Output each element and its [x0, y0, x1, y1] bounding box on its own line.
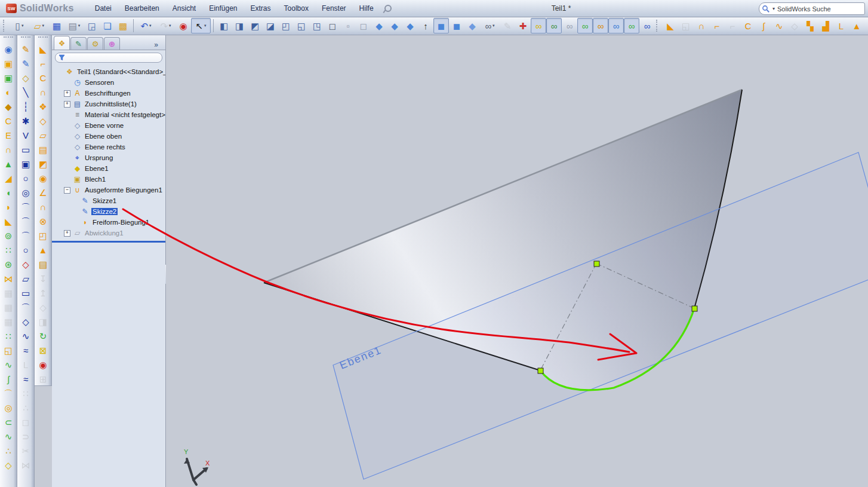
tb-ausgeformte-biegung[interactable]: C	[740, 18, 756, 33]
tb-oberseite[interactable]: ◰	[278, 18, 294, 33]
rail-fuellmuster[interactable]: ∷	[1, 329, 16, 343]
rail-begrenzter-spline[interactable]: ≈	[19, 372, 33, 386]
rail-knick[interactable]: ∠	[36, 185, 50, 200]
rail-bogen-nut[interactable]: ⌒	[19, 300, 33, 314]
rail-basisblech[interactable]: ◣	[36, 42, 50, 56]
rail-wickeln[interactable]: ⊂	[1, 415, 16, 429]
tb-optionen[interactable]: ▩	[115, 18, 131, 33]
rail-fehlerpruefung[interactable]: ⊠	[36, 343, 50, 357]
rail-3-punkt-bogen[interactable]: ⌒	[19, 228, 33, 243]
rail-eckpunkt[interactable]: L	[19, 357, 33, 372]
tab-featuremanager[interactable]: ❖	[54, 36, 70, 50]
sheet-right-edge[interactable]	[694, 90, 742, 308]
tree-item-ebene-vorne[interactable]: ◇ Ebene vorne	[52, 120, 165, 131]
tb-kante-lasche[interactable]: ⌐	[709, 18, 725, 33]
tree-filter-input[interactable]	[55, 53, 162, 63]
tb-ebenen-anzeigen[interactable]: ∞	[531, 18, 546, 33]
rail-gerade-nut[interactable]: ▭	[19, 286, 33, 300]
tree-item-zuschnittsliste[interactable]: + ▤ Zuschnittsliste(1)	[52, 99, 165, 109]
tree-item-skizze2[interactable]: ✎ Skizze2	[52, 206, 165, 217]
tb-trimetrisch[interactable]: ◆	[402, 18, 418, 33]
tree-item-ausgeformte-biegungen1[interactable]: − ∪ Ausgeformte Biegungen1	[52, 185, 165, 195]
rail-elemente-trimmen[interactable]: ✂	[19, 443, 33, 458]
tb-verdeckte-kanten-sichtbar[interactable]: ▫	[340, 18, 356, 33]
expand-toggle[interactable]: −	[64, 187, 70, 194]
rail-rotations-austragung[interactable]: ◐	[1, 85, 16, 99]
rail-wandung[interactable]: ◖	[1, 185, 16, 200]
tb-perspektive[interactable]: ◆	[464, 18, 480, 33]
tree-item-skizze1[interactable]: ✎ Skizze1	[52, 195, 165, 206]
tree-item-blech1[interactable]: ▣ Blech1	[52, 174, 165, 185]
tree-item-abwicklung1[interactable]: + ▱ Abwicklung1	[52, 228, 165, 238]
rail-status-ampel[interactable]: ◉	[36, 357, 50, 372]
rail-polygon[interactable]: ◇	[19, 314, 33, 329]
rail-stift[interactable]: V	[19, 128, 33, 142]
rail-3d-skizze[interactable]: ✎	[19, 56, 33, 71]
rail-trennlinie[interactable]: ◇	[1, 458, 16, 472]
expand-toggle[interactable]: +	[64, 90, 70, 97]
rail-registerkarte[interactable]: ▱	[36, 128, 50, 142]
rail-falten[interactable]: ↥	[36, 286, 50, 300]
tab-dimxpertmanager[interactable]: ⊕	[104, 37, 120, 50]
tb-linke-seite[interactable]: ◩	[247, 18, 263, 33]
rail-gehrungslasche[interactable]: C	[36, 71, 50, 85]
rail-kuppel[interactable]: ∩	[36, 200, 50, 214]
rail-kruemmungspruefung[interactable]: ∿	[1, 429, 16, 443]
rail-punkt[interactable]: ✱	[19, 114, 33, 128]
tb-neu[interactable]: ▯	[10, 18, 29, 33]
rail-elemente-uebernehmen[interactable]: ◻	[19, 415, 33, 429]
rail-spline-auf-oberflaeche[interactable]: ≈	[19, 343, 33, 357]
tb-kurven-anzeigen[interactable]: ∞	[577, 18, 593, 33]
tb-schattiert-mit-kanten[interactable]: ◼	[433, 18, 449, 33]
tb-beschriftungen-anzeigen[interactable]: ∞	[608, 18, 624, 33]
tb-speichern[interactable]: ▦	[49, 18, 64, 33]
tree-splitter-bar[interactable]	[52, 241, 165, 243]
tb-achsen-anzeigen[interactable]: ∞	[546, 18, 562, 33]
rail-ellipse[interactable]: ○	[19, 243, 33, 257]
tb-eckversteifung[interactable]: ▲	[849, 18, 864, 33]
tb-drucken[interactable]: ▤	[64, 18, 84, 33]
tree-item-ebene-oben[interactable]: ◇ Ebene oben	[52, 131, 165, 142]
tree-item-ebene-rechts[interactable]: ◇ Ebene rechts	[52, 142, 165, 152]
tree-item-ursprung[interactable]: ⌖ Ursprung	[52, 152, 165, 163]
menu-hilfe[interactable]: Hilfe	[353, 2, 380, 15]
tb-oeffnen[interactable]: ▱	[29, 18, 49, 33]
search-input[interactable]: ▾ SolidWorks Suche	[759, 2, 865, 15]
rail-formschraege[interactable]: ◢	[1, 171, 16, 185]
rail-mittelpunktrechteck[interactable]: ▣	[19, 157, 33, 171]
rail-parallelogramm[interactable]: ▱	[19, 271, 33, 286]
pin-menu-icon[interactable]	[383, 4, 392, 13]
rail-verstaerkungsrippe[interactable]: ▲	[1, 157, 16, 171]
tree-item-sensoren[interactable]: ◷ Sensoren	[52, 77, 165, 88]
expand-toggle[interactable]: +	[64, 101, 70, 108]
rail-messen[interactable]: ◉	[1, 42, 16, 56]
tabs-overflow-chevron[interactable]: »	[150, 40, 162, 50]
reference-plane-ebene1[interactable]	[333, 152, 868, 479]
rail-abwicklung[interactable]: ▤	[36, 257, 50, 271]
rail-stufenlasche[interactable]: ▤	[36, 142, 50, 157]
tb-zuschneiden[interactable]: ◇	[864, 18, 868, 33]
rail-umfangskreis[interactable]: ◎	[19, 185, 33, 200]
tb-dokumenteigenschaften[interactable]: ❏	[100, 18, 115, 33]
tb-skizze-bearbeiten[interactable]: ✎	[500, 18, 515, 33]
rail-skizze[interactable]: ✎	[19, 42, 33, 56]
rail-verformen[interactable]: ⌒	[1, 386, 16, 400]
tb-ursprung-anzeigen[interactable]: ∞	[639, 18, 655, 33]
tb-wiederherstellen[interactable]: ↷	[156, 18, 176, 33]
rail-einfuegen[interactable]: ⊞	[36, 372, 50, 386]
tree-item-ebene1[interactable]: ◆ Ebene1	[52, 163, 165, 174]
tb-vorderseite[interactable]: ◧	[216, 18, 232, 33]
rail-spline[interactable]: ∿	[19, 329, 33, 343]
rail-kreuzbruch[interactable]: ❖	[36, 99, 50, 114]
rail-kante-lasche[interactable]: ⌐	[36, 56, 50, 71]
rail-tabellengesteuertes-muster[interactable]: ▦	[1, 286, 16, 300]
rail-linear-austragung[interactable]: ▣	[1, 56, 16, 71]
rail-kuppel[interactable]: ∩	[1, 142, 16, 157]
tb-senkrecht-zu[interactable]: ↑	[418, 18, 433, 33]
tb-temporaere-achsen-anzeigen[interactable]: ∞	[562, 18, 577, 33]
tb-biegungen-einfuegen[interactable]: ∩	[694, 18, 709, 33]
rail-entluefterrad[interactable]: ⊗	[36, 214, 50, 228]
menu-fenster[interactable]: Fenster	[315, 2, 353, 15]
tree-item-material[interactable]: ≡ Material <nicht festgelegt>	[52, 109, 165, 120]
rail-grip[interactable]	[4, 36, 13, 41]
